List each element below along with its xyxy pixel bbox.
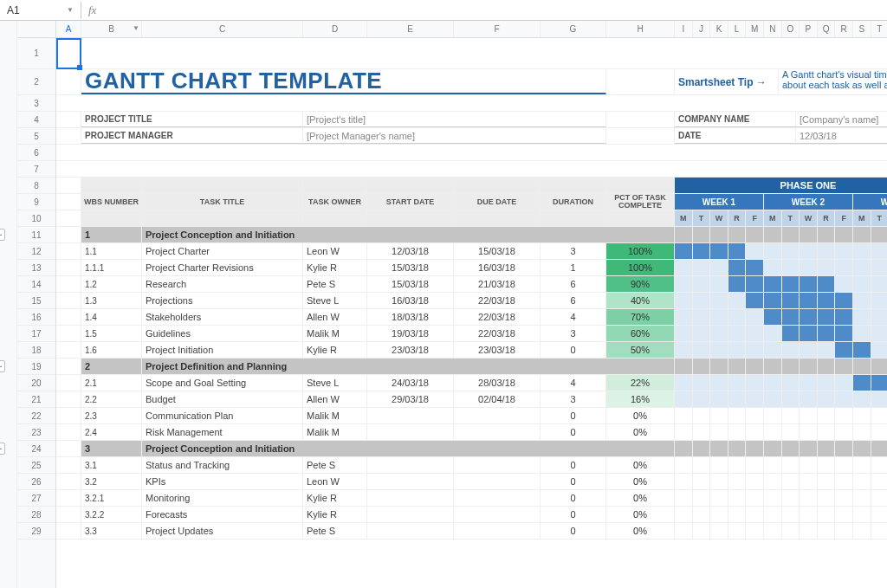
row-header[interactable]: 17 bbox=[17, 326, 55, 342]
cell[interactable] bbox=[56, 243, 81, 259]
phase-header[interactable]: PHASE ONE bbox=[675, 178, 887, 193]
cell[interactable] bbox=[56, 408, 81, 423]
header-cell[interactable] bbox=[303, 210, 367, 226]
gantt-cell[interactable] bbox=[675, 474, 693, 489]
task-wbs[interactable]: 1.2 bbox=[81, 276, 142, 292]
gantt-cell[interactable] bbox=[853, 457, 871, 473]
task-duration[interactable]: 0 bbox=[541, 342, 606, 358]
gantt-cell[interactable] bbox=[728, 424, 747, 440]
task-wbs[interactable]: 1.6 bbox=[81, 342, 142, 358]
day-header[interactable]: M bbox=[764, 210, 782, 226]
header-cell[interactable] bbox=[303, 178, 367, 193]
gantt-cell[interactable] bbox=[710, 474, 728, 489]
task-wbs[interactable]: 1.1 bbox=[81, 243, 142, 259]
task-title[interactable]: Project Charter bbox=[142, 243, 303, 259]
gantt-cell[interactable] bbox=[675, 375, 693, 391]
gantt-cell[interactable] bbox=[818, 309, 836, 325]
section-gantt[interactable] bbox=[728, 359, 747, 374]
gantt-cell[interactable] bbox=[871, 243, 887, 259]
task-due[interactable] bbox=[454, 490, 541, 506]
gantt-cell[interactable] bbox=[818, 507, 836, 522]
gantt-cell[interactable] bbox=[835, 408, 853, 423]
task-wbs[interactable]: 2.2 bbox=[81, 391, 142, 407]
start-header[interactable]: START DATE bbox=[367, 194, 454, 210]
gantt-cell[interactable] bbox=[871, 474, 887, 489]
cell[interactable] bbox=[56, 441, 81, 456]
section-gantt[interactable] bbox=[800, 441, 818, 456]
task-owner[interactable]: Steve L bbox=[303, 375, 367, 391]
owner-header[interactable]: TASK OWNER bbox=[303, 194, 367, 210]
gantt-cell[interactable] bbox=[710, 457, 728, 473]
column-header-N[interactable]: N bbox=[764, 21, 782, 37]
task-start[interactable]: 23/03/18 bbox=[367, 342, 454, 358]
task-start[interactable]: 24/03/18 bbox=[367, 375, 454, 391]
gantt-cell[interactable] bbox=[835, 309, 853, 325]
task-title[interactable]: Risk Management bbox=[142, 424, 303, 440]
cell[interactable] bbox=[606, 69, 675, 94]
task-title[interactable]: KPIs bbox=[142, 474, 303, 489]
gantt-cell[interactable] bbox=[853, 523, 871, 539]
gantt-cell[interactable] bbox=[746, 243, 764, 259]
header-cell[interactable] bbox=[541, 178, 606, 193]
row-header[interactable]: 1 bbox=[17, 38, 55, 69]
gantt-cell[interactable] bbox=[871, 293, 887, 308]
row-header[interactable]: 11− bbox=[17, 227, 55, 243]
task-owner[interactable]: Allen W bbox=[303, 391, 367, 407]
gantt-cell[interactable] bbox=[800, 260, 818, 275]
select-all-corner[interactable] bbox=[17, 21, 55, 38]
task-pct[interactable]: 50% bbox=[606, 342, 675, 358]
task-title[interactable]: Research bbox=[142, 276, 303, 292]
task-due[interactable] bbox=[454, 424, 541, 440]
gantt-cell[interactable] bbox=[835, 342, 853, 358]
cell[interactable] bbox=[56, 38, 81, 68]
section-gantt[interactable] bbox=[871, 441, 887, 456]
gantt-cell[interactable] bbox=[764, 293, 782, 308]
section-gantt[interactable] bbox=[710, 227, 728, 242]
task-duration[interactable]: 3 bbox=[541, 391, 606, 407]
company-value[interactable]: [Company's name] bbox=[796, 112, 887, 127]
gantt-cell[interactable] bbox=[693, 391, 711, 407]
gantt-cell[interactable] bbox=[800, 507, 818, 522]
gantt-cell[interactable] bbox=[818, 523, 836, 539]
project-manager-value[interactable]: [Project Manager's name] bbox=[303, 128, 606, 144]
task-due[interactable]: 22/03/18 bbox=[454, 293, 541, 308]
gantt-cell[interactable] bbox=[693, 474, 711, 489]
header-cell[interactable] bbox=[606, 210, 675, 226]
gantt-cell[interactable] bbox=[710, 293, 728, 308]
row-header[interactable]: 5 bbox=[17, 128, 55, 145]
day-header[interactable]: F bbox=[835, 210, 853, 226]
gantt-cell[interactable] bbox=[693, 293, 711, 308]
gantt-cell[interactable] bbox=[835, 457, 853, 473]
section-gantt[interactable] bbox=[835, 359, 853, 374]
task-wbs[interactable]: 2.1 bbox=[81, 375, 142, 391]
task-start[interactable]: 15/03/18 bbox=[367, 260, 454, 275]
gantt-cell[interactable] bbox=[818, 276, 836, 292]
task-duration[interactable]: 6 bbox=[541, 293, 606, 308]
gantt-cell[interactable] bbox=[782, 408, 800, 423]
column-header-S[interactable]: S bbox=[853, 21, 871, 37]
gantt-cell[interactable] bbox=[782, 474, 800, 489]
column-header-F[interactable]: F bbox=[454, 21, 541, 37]
gantt-cell[interactable] bbox=[800, 342, 818, 358]
gantt-cell[interactable] bbox=[835, 375, 853, 391]
gantt-cell[interactable] bbox=[710, 326, 728, 341]
gantt-cell[interactable] bbox=[764, 309, 782, 325]
header-cell[interactable] bbox=[142, 210, 303, 226]
task-title[interactable]: Monitoring bbox=[142, 490, 303, 506]
gantt-cell[interactable] bbox=[764, 326, 782, 341]
section-gantt[interactable] bbox=[746, 441, 764, 456]
day-header[interactable]: M bbox=[675, 210, 693, 226]
task-wbs[interactable]: 1.1.1 bbox=[81, 260, 142, 275]
gantt-cell[interactable] bbox=[746, 408, 764, 423]
cell[interactable] bbox=[56, 342, 81, 358]
gantt-cell[interactable] bbox=[728, 276, 747, 292]
cell[interactable] bbox=[56, 507, 81, 522]
gantt-cell[interactable] bbox=[835, 326, 853, 341]
section-gantt[interactable] bbox=[818, 227, 836, 242]
gantt-cell[interactable] bbox=[693, 523, 711, 539]
task-title[interactable]: Project Charter Revisions bbox=[142, 260, 303, 275]
gantt-cell[interactable] bbox=[710, 309, 728, 325]
gantt-cell[interactable] bbox=[853, 507, 871, 522]
gantt-cell[interactable] bbox=[710, 260, 728, 275]
gantt-cell[interactable] bbox=[800, 326, 818, 341]
